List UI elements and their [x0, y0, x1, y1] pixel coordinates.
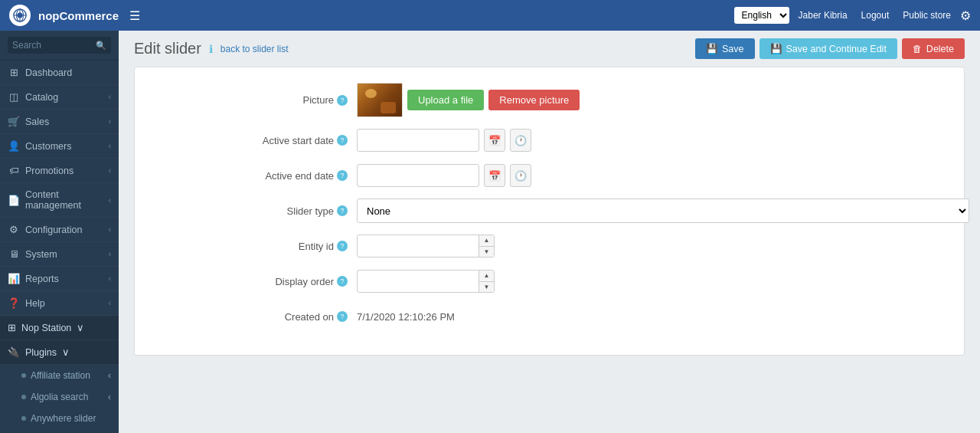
sidebar-item-label: Dashboard	[25, 67, 111, 78]
top-navbar: nopCommerce ☰ English Jaber Kibria Logou…	[0, 0, 980, 31]
nop-station-icon: ⊞	[8, 322, 16, 333]
created-on-row: Created on ? 7/1/2020 12:10:26 PM	[158, 304, 941, 329]
entity-id-help-icon[interactable]: ?	[337, 241, 348, 251]
picture-thumbnail	[357, 83, 403, 117]
display-order-up-button[interactable]: ▲	[479, 271, 494, 282]
dot-icon	[21, 416, 26, 421]
chevron-right-icon: ‹	[109, 196, 111, 205]
picture-help-icon[interactable]: ?	[337, 95, 348, 106]
user-name: Jaber Kibria	[794, 7, 852, 24]
sidebar-item-label: Reports	[25, 274, 103, 284]
page-header: Edit slider ℹ back to slider list 💾 Save…	[119, 31, 980, 67]
content-icon: 📄	[8, 195, 20, 206]
display-order-label: Display order ?	[158, 276, 357, 287]
display-order-input[interactable]: 1	[357, 270, 495, 293]
sidebar-item-catalog[interactable]: ◫ Catalog ‹	[0, 85, 119, 110]
sidebar-sub-item-affiliate[interactable]: Affiliate station ‹	[0, 365, 119, 386]
content-area: Edit slider ℹ back to slider list 💾 Save…	[119, 31, 980, 433]
entity-id-down-button[interactable]: ▼	[479, 247, 494, 258]
info-circle-icon: ℹ	[209, 43, 213, 55]
public-store-link[interactable]: Public store	[898, 7, 956, 24]
back-to-list-link[interactable]: back to slider list	[220, 44, 289, 54]
sidebar-item-label: Customers	[25, 141, 103, 152]
active-end-clock-button[interactable]: 🕐	[510, 164, 531, 187]
sidebar-item-label: Promotions	[25, 166, 103, 176]
slider-type-row: Slider type ? None	[158, 198, 941, 223]
active-start-calendar-button[interactable]: 📅	[484, 129, 505, 152]
sidebar-item-label: Plugins	[25, 347, 57, 358]
sidebar-item-label: Help	[25, 298, 103, 309]
main-layout: 🔍 ⊞ Dashboard ◫ Catalog ‹ 🛒 Sales ‹ 👤 Cu…	[0, 31, 980, 433]
sidebar-item-dashboard[interactable]: ⊞ Dashboard	[0, 61, 119, 85]
chevron-right-icon: ‹	[109, 93, 111, 101]
sidebar-item-nop-station[interactable]: ⊞ Nop Station ∨	[0, 316, 119, 340]
sidebar-item-label: Content management	[25, 189, 103, 211]
created-on-help-icon[interactable]: ?	[337, 311, 348, 322]
reports-icon: 📊	[8, 273, 20, 284]
display-order-control: 1 ▲ ▼	[357, 270, 941, 293]
sidebar-item-promotions[interactable]: 🏷 Promotions ‹	[0, 159, 119, 183]
sidebar-item-configuration[interactable]: ⚙ Configuration ‹	[0, 218, 119, 242]
active-start-control: 📅 🕐	[357, 129, 941, 152]
sidebar-sub-item-anywhere-slider[interactable]: Anywhere slider	[0, 408, 119, 429]
search-input[interactable]	[12, 40, 96, 51]
system-icon: 🖥	[8, 248, 20, 260]
language-select[interactable]: English	[734, 7, 789, 24]
display-order-arrows: ▲ ▼	[479, 271, 494, 292]
active-end-help-icon[interactable]: ?	[337, 170, 348, 181]
slider-type-select[interactable]: None	[357, 198, 969, 223]
entity-id-spinner: 0 ▲ ▼	[357, 235, 495, 258]
sidebar-item-system[interactable]: 🖥 System ‹	[0, 242, 119, 267]
sidebar-item-customers[interactable]: 👤 Customers ‹	[0, 134, 119, 159]
save-continue-button[interactable]: 💾 Save and Continue Edit	[760, 38, 897, 59]
active-start-clock-button[interactable]: 🕐	[510, 129, 531, 152]
slider-type-help-icon[interactable]: ?	[337, 205, 348, 216]
chevron-down-icon: ∨	[62, 346, 70, 358]
sidebar-item-reports[interactable]: 📊 Reports ‹	[0, 267, 119, 291]
entity-id-label: Entity id ?	[158, 241, 357, 252]
active-start-help-icon[interactable]: ?	[337, 135, 348, 146]
active-start-input[interactable]	[357, 129, 479, 152]
sidebar-item-label: Nop Station	[21, 323, 71, 333]
brand-icon	[9, 5, 31, 26]
chevron-right-icon: ‹	[109, 117, 111, 126]
sidebar-item-label: Configuration	[25, 225, 103, 235]
page-title-group: Edit slider ℹ back to slider list	[134, 40, 289, 57]
active-end-input[interactable]	[357, 164, 479, 187]
sidebar-sub-item-app-push[interactable]: App push notification ‹	[0, 429, 119, 433]
delete-button[interactable]: 🗑 Delete	[902, 38, 965, 59]
settings-icon[interactable]: ⚙	[960, 8, 971, 23]
display-order-row: Display order ? 1 ▲ ▼	[158, 269, 941, 294]
sidebar-item-help[interactable]: ❓ Help ‹	[0, 291, 119, 316]
dashboard-icon: ⊞	[8, 67, 20, 78]
entity-id-up-button[interactable]: ▲	[479, 235, 494, 247]
sidebar-item-sales[interactable]: 🛒 Sales ‹	[0, 110, 119, 134]
created-on-label: Created on ?	[158, 311, 357, 323]
entity-id-input[interactable]: 0	[357, 235, 495, 258]
display-order-down-button[interactable]: ▼	[479, 282, 494, 293]
remove-picture-button[interactable]: Remove picture	[488, 90, 580, 110]
upload-file-button[interactable]: Upload a file	[407, 90, 484, 110]
entity-id-arrows: ▲ ▼	[479, 235, 494, 257]
save-continue-icon: 💾	[770, 43, 782, 54]
chevron-right-icon: ‹	[108, 370, 111, 381]
active-end-calendar-button[interactable]: 📅	[484, 164, 505, 187]
search-input-wrap: 🔍	[8, 37, 111, 54]
save-button[interactable]: 💾 Save	[695, 38, 755, 59]
sidebar-sub-item-label: Affiliate station	[31, 370, 90, 381]
logout-link[interactable]: Logout	[857, 7, 894, 24]
display-order-help-icon[interactable]: ?	[337, 276, 348, 287]
sidebar-sub-item-algolia[interactable]: Algolia search ‹	[0, 386, 119, 408]
active-end-row: Active end date ? 📅 🕐	[158, 163, 941, 188]
sidebar-item-plugins[interactable]: 🔌 Plugins ∨	[0, 340, 119, 365]
page-title: Edit slider	[134, 40, 201, 57]
chevron-right-icon: ‹	[109, 274, 111, 283]
slider-type-control: None	[357, 198, 969, 223]
search-box: 🔍	[0, 31, 119, 61]
hamburger-icon[interactable]: ☰	[129, 8, 140, 23]
entity-id-control: 0 ▲ ▼	[357, 235, 941, 258]
chevron-right-icon: ‹	[109, 166, 111, 175]
sidebar-item-content[interactable]: 📄 Content management ‹	[0, 183, 119, 218]
picture-row: Picture ? Upload a file Remove picture	[158, 83, 941, 117]
customers-icon: 👤	[8, 140, 20, 152]
